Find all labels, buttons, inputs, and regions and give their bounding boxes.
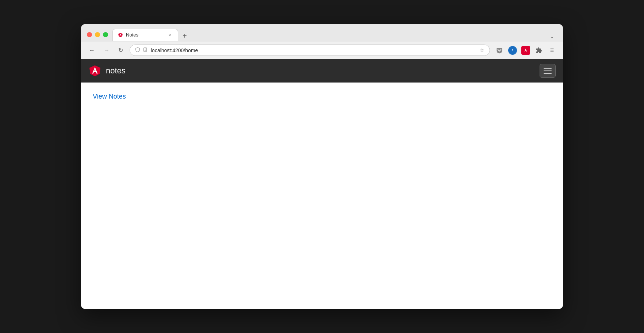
angular-logo-icon <box>88 64 101 77</box>
extensions-button[interactable] <box>534 45 544 56</box>
angular-devtools-icon <box>521 46 530 55</box>
angular-devtools-extension-button[interactable] <box>521 45 531 56</box>
app-navbar: notes <box>81 59 563 83</box>
nav-extensions: 1 ≡ <box>494 45 557 56</box>
tabs-area: Notes × + ⌄ <box>112 29 557 41</box>
url-input[interactable] <box>151 47 476 53</box>
1password-extension-button[interactable]: 1 <box>507 45 518 56</box>
refresh-button[interactable]: ↻ <box>116 45 125 55</box>
maximize-button[interactable] <box>103 32 108 37</box>
active-tab[interactable]: Notes × <box>112 29 178 41</box>
svg-text:1: 1 <box>512 49 513 51</box>
hamburger-menu-button[interactable] <box>540 64 556 78</box>
app-brand: notes <box>88 64 126 77</box>
tab-list-button[interactable]: ⌄ <box>547 32 557 41</box>
back-button[interactable]: ← <box>87 46 97 55</box>
app-content: View Notes <box>81 83 563 309</box>
hamburger-line-3 <box>544 73 552 74</box>
1password-icon: 1 <box>508 46 517 55</box>
security-icon <box>135 47 140 53</box>
app-title: notes <box>106 66 126 76</box>
window-controls <box>87 32 108 37</box>
hamburger-line-1 <box>544 68 552 69</box>
close-button[interactable] <box>87 32 92 37</box>
view-notes-link[interactable]: View Notes <box>93 93 126 100</box>
hamburger-line-2 <box>544 70 552 71</box>
pocket-extension-button[interactable] <box>494 45 505 56</box>
page-icon <box>143 47 148 53</box>
app-container: notes View Notes <box>81 59 563 309</box>
bookmark-icon[interactable]: ☆ <box>479 47 484 54</box>
tab-close-button[interactable]: × <box>167 32 173 38</box>
nav-bar: ← → ↻ ☆ <box>81 42 563 59</box>
address-bar[interactable]: ☆ <box>130 45 490 56</box>
minimize-button[interactable] <box>95 32 100 37</box>
tab-title: Notes <box>126 32 164 38</box>
browser-window: Notes × + ⌄ ← → ↻ ☆ <box>81 24 563 309</box>
browser-menu-button[interactable]: ≡ <box>547 45 557 56</box>
title-bar: Notes × + ⌄ <box>81 24 563 42</box>
new-tab-button[interactable]: + <box>180 31 190 41</box>
forward-button[interactable]: → <box>101 46 112 55</box>
tab-favicon-icon <box>118 32 123 38</box>
